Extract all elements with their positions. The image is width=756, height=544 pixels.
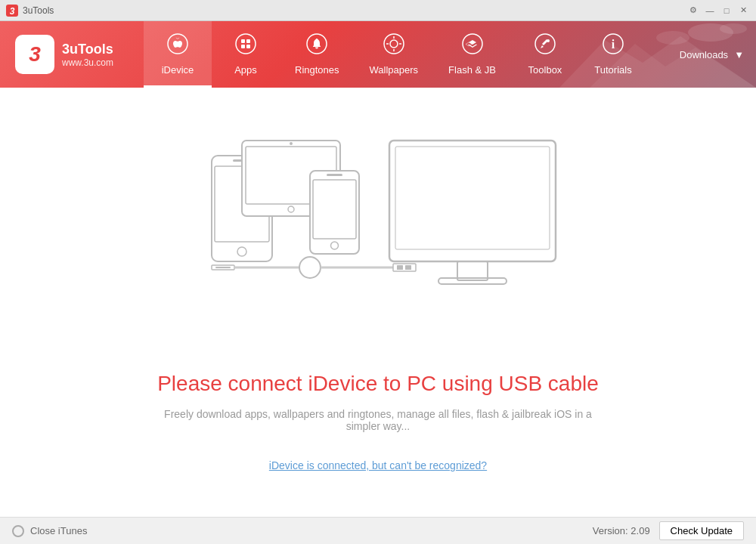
device-illustration	[166, 133, 590, 360]
status-bar: Close iTunes Version: 2.09 Check Update	[0, 517, 756, 544]
svg-rect-35	[313, 180, 356, 239]
nav-item-ringtones[interactable]: Ringtones	[280, 21, 355, 88]
svg-rect-9	[241, 39, 245, 43]
downloads-arrow-icon: ▼	[734, 49, 744, 60]
tutorials-icon: i	[603, 33, 624, 60]
svg-point-36	[331, 242, 339, 249]
svg-rect-45	[405, 265, 411, 270]
logo-icon: 3	[15, 35, 54, 74]
check-update-button[interactable]: Check Update	[659, 521, 744, 540]
main-content: Please connect iDevice to PC using USB c…	[0, 88, 756, 517]
close-itunes-label[interactable]: Close iTunes	[30, 525, 87, 536]
svg-point-27	[237, 247, 246, 256]
nav-bar: 3 3uTools www.3u.com iDevice	[0, 21, 756, 88]
nav-item-tutorials-label: Tutorials	[594, 64, 631, 76]
svg-point-15	[390, 40, 398, 48]
app-url: www.3u.com	[62, 57, 113, 68]
svg-rect-12	[246, 45, 250, 48]
title-bar-left: 3 3uTools	[6, 5, 54, 17]
title-bar: 3 3uTools ⚙ — □ ✕	[0, 0, 756, 21]
apps-icon	[235, 33, 256, 60]
svg-rect-39	[215, 267, 231, 268]
svg-point-22	[547, 39, 550, 42]
nav-item-wallpapers-label: Wallpapers	[370, 64, 419, 76]
nav-item-ringtones-label: Ringtones	[295, 64, 339, 76]
close-button[interactable]: ✕	[736, 4, 750, 17]
nav-items: iDevice Apps	[144, 21, 668, 88]
itunes-status-icon	[12, 525, 24, 537]
nav-item-idevice-label: iDevice	[162, 64, 194, 76]
nav-item-wallpapers[interactable]: Wallpapers	[355, 21, 434, 88]
status-right: Version: 2.09 Check Update	[593, 521, 744, 540]
version-label: Version: 2.09	[593, 525, 650, 536]
nav-item-flash-jb[interactable]: Flash & JB	[433, 21, 511, 88]
nav-item-toolbox[interactable]: Toolbox	[511, 21, 579, 88]
downloads-button[interactable]: Downloads ▼	[668, 21, 756, 88]
nav-item-flash-label: Flash & JB	[448, 64, 496, 76]
svg-point-8	[236, 34, 256, 54]
apple-icon	[167, 33, 188, 60]
nav-item-idevice[interactable]: iDevice	[144, 21, 212, 88]
svg-rect-37	[327, 174, 342, 176]
status-left: Close iTunes	[12, 525, 87, 537]
downloads-label: Downloads	[680, 49, 728, 60]
svg-text:i: i	[612, 38, 615, 51]
toolbox-icon	[534, 33, 556, 60]
connect-subtitle: Freely download apps, wallpapers and rin…	[151, 408, 605, 432]
nav-item-apps-label: Apps	[234, 64, 257, 76]
svg-rect-47	[395, 147, 550, 249]
logo-text: 3uTools www.3u.com	[62, 42, 113, 68]
svg-rect-11	[241, 45, 245, 48]
title-bar-title: 3uTools	[23, 5, 54, 16]
wallpapers-icon	[383, 33, 404, 60]
app-name: 3uTools	[62, 42, 113, 57]
nav-item-apps[interactable]: Apps	[212, 21, 280, 88]
svg-rect-43	[393, 264, 416, 271]
bell-icon	[306, 33, 327, 60]
nav-logo: 3 3uTools www.3u.com	[0, 21, 144, 88]
connect-title: Please connect iDevice to PC using USB c…	[157, 372, 599, 396]
svg-text:3: 3	[10, 6, 15, 17]
svg-point-41	[299, 257, 321, 278]
nav-item-toolbox-label: Toolbox	[528, 64, 562, 76]
nav-item-tutorials[interactable]: i Tutorials	[579, 21, 647, 88]
svg-point-32	[288, 206, 294, 212]
minimize-button[interactable]: —	[703, 4, 717, 17]
app-logo-small: 3	[6, 5, 18, 17]
svg-point-33	[290, 142, 293, 145]
flash-icon	[462, 33, 483, 60]
connect-link[interactable]: iDevice is connected, but can't be recog…	[269, 459, 487, 471]
svg-rect-10	[246, 39, 250, 43]
settings-icon[interactable]: ⚙	[686, 4, 700, 17]
svg-rect-44	[397, 265, 403, 270]
maximize-button[interactable]: □	[720, 4, 733, 17]
title-bar-controls: ⚙ — □ ✕	[686, 4, 750, 17]
